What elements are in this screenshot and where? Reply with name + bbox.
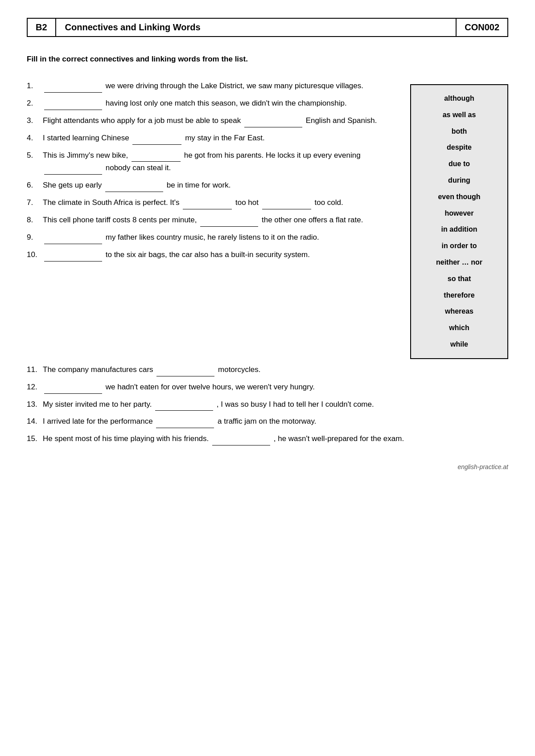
q1-number: 1.	[27, 80, 43, 93]
word-while: while	[450, 338, 468, 351]
q3-text: Flight attendants who apply for a job mu…	[43, 114, 397, 127]
q15-blank[interactable]	[212, 438, 270, 445]
question-6: 6. She gets up early be in time for work…	[27, 179, 397, 192]
q14-blank[interactable]	[156, 421, 214, 428]
word-both: both	[452, 125, 467, 138]
question-3: 3. Flight attendants who apply for a job…	[27, 114, 397, 127]
instructions-text: Fill in the correct connectives and link…	[27, 55, 508, 64]
footer-text: english-practice.at	[457, 463, 508, 470]
question-7: 7. The climate in South Africa is perfec…	[27, 196, 397, 209]
q11-text: The company manufactures cars motorcycle…	[43, 364, 508, 376]
q6-number: 6.	[27, 179, 43, 192]
q7-blank2[interactable]	[262, 202, 311, 209]
q15-text: He spent most of his time playing with h…	[43, 433, 508, 445]
q13-number: 13.	[27, 398, 43, 411]
word-in-addition: in addition	[441, 223, 477, 236]
q5-blank1[interactable]	[132, 154, 181, 162]
question-15: 15. He spent most of his time playing wi…	[27, 433, 508, 445]
word-box: although as well as both despite due to …	[410, 84, 508, 359]
q13-text: My sister invited me to her party. , I w…	[43, 398, 508, 411]
q12-number: 12.	[27, 381, 43, 394]
word-so-that: so that	[448, 273, 471, 286]
word-therefore: therefore	[444, 289, 474, 302]
q1-blank[interactable]	[44, 85, 102, 93]
q15-number: 15.	[27, 433, 43, 445]
q8-blank[interactable]	[200, 219, 258, 227]
main-content: 1. we were driving through the Lake Dist…	[27, 80, 508, 359]
q12-blank[interactable]	[44, 386, 102, 394]
q3-blank[interactable]	[244, 120, 302, 127]
worksheet-title: Connectives and Linking Words	[56, 19, 456, 36]
question-8: 8. This cell phone tariff costs 8 cents …	[27, 214, 397, 227]
question-13: 13. My sister invited me to her party. ,…	[27, 398, 508, 411]
q14-text: I arrived late for the performance a tra…	[43, 415, 508, 428]
word-as-well-as: as well as	[443, 109, 476, 122]
q13-blank[interactable]	[155, 403, 213, 411]
q4-number: 4.	[27, 132, 43, 145]
q5-number: 5.	[27, 149, 43, 175]
q14-number: 14.	[27, 415, 43, 428]
q2-text: having lost only one match this season, …	[43, 97, 397, 110]
word-despite: despite	[447, 141, 472, 154]
question-2: 2. having lost only one match this seaso…	[27, 97, 397, 110]
q9-number: 9.	[27, 231, 43, 244]
question-5: 5. This is Jimmy's new bike, he got from…	[27, 149, 397, 175]
q7-number: 7.	[27, 196, 43, 209]
word-in-order-to: in order to	[441, 240, 477, 253]
footer: english-practice.at	[27, 463, 508, 470]
word-which: which	[449, 322, 469, 335]
word-however: however	[445, 207, 474, 220]
q7-blank1[interactable]	[183, 202, 232, 209]
question-10: 10. to the six air bags, the car also ha…	[27, 249, 397, 262]
word-neither-nor: neither … nor	[436, 256, 482, 269]
q9-blank[interactable]	[44, 237, 102, 244]
worksheet-header: B2 Connectives and Linking Words CON002	[27, 18, 508, 37]
word-although: although	[444, 92, 474, 105]
q4-text: I started learning Chinese my stay in th…	[43, 132, 397, 145]
q2-blank[interactable]	[44, 102, 102, 110]
q1-text: we were driving through the Lake Distric…	[43, 80, 397, 93]
question-1: 1. we were driving through the Lake Dist…	[27, 80, 397, 93]
q2-number: 2.	[27, 97, 43, 110]
q5-text: This is Jimmy's new bike, he got from hi…	[43, 149, 397, 175]
word-during: during	[448, 174, 470, 187]
q6-blank[interactable]	[105, 184, 163, 192]
q10-text: to the six air bags, the car also has a …	[43, 249, 397, 262]
q10-blank[interactable]	[44, 254, 102, 262]
question-4: 4. I started learning Chinese my stay in…	[27, 132, 397, 145]
questions-section: 1. we were driving through the Lake Dist…	[27, 80, 397, 266]
q6-text: She gets up early be in time for work.	[43, 179, 397, 192]
question-14: 14. I arrived late for the performance a…	[27, 415, 508, 428]
q5-blank2[interactable]	[44, 167, 102, 175]
q4-blank[interactable]	[132, 137, 181, 145]
question-12: 12. we hadn't eaten for over twelve hour…	[27, 381, 508, 394]
q3-number: 3.	[27, 114, 43, 127]
question-9: 9. my father likes country music, he rar…	[27, 231, 397, 244]
question-11: 11. The company manufactures cars motorc…	[27, 364, 508, 376]
q11-number: 11.	[27, 364, 43, 376]
q11-blank[interactable]	[156, 369, 214, 376]
q12-text: we hadn't eaten for over twelve hours, w…	[43, 381, 508, 394]
q7-text: The climate in South Africa is perfect. …	[43, 196, 397, 209]
q9-text: my father likes country music, he rarely…	[43, 231, 397, 244]
lower-questions: 11. The company manufactures cars motorc…	[27, 364, 508, 445]
q8-text: This cell phone tariff costs 8 cents per…	[43, 214, 397, 227]
q10-number: 10.	[27, 249, 43, 262]
word-whereas: whereas	[445, 305, 473, 318]
level-badge: B2	[28, 19, 56, 36]
worksheet-code: CON002	[456, 19, 507, 36]
word-even-though: even though	[438, 191, 480, 204]
word-due-to: due to	[449, 158, 470, 171]
q8-number: 8.	[27, 214, 43, 227]
